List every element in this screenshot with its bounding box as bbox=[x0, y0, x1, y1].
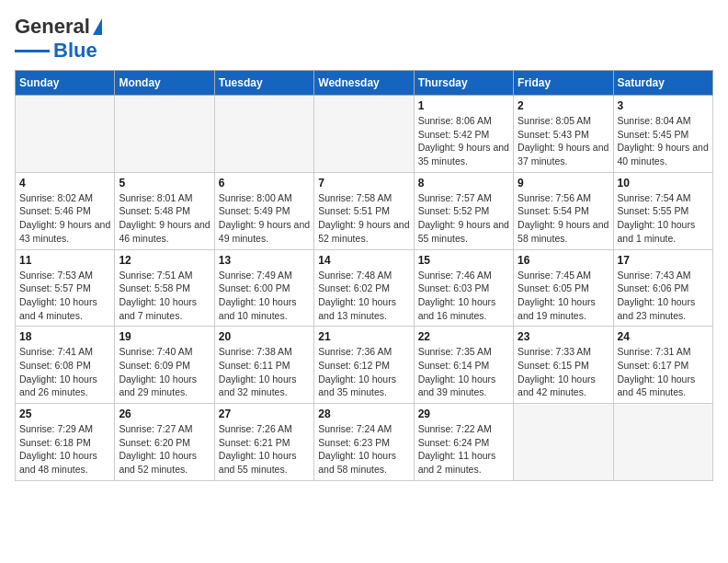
cell-detail: Sunrise: 7:53 AMSunset: 5:57 PMDaylight:… bbox=[19, 269, 110, 323]
logo-general: General bbox=[15, 15, 90, 39]
calendar-cell: 21Sunrise: 7:36 AMSunset: 6:12 PMDayligh… bbox=[314, 327, 414, 404]
day-header-friday: Friday bbox=[514, 71, 613, 96]
calendar-cell: 23Sunrise: 7:33 AMSunset: 6:15 PMDayligh… bbox=[514, 327, 613, 404]
cell-detail: Sunrise: 7:33 AMSunset: 6:15 PMDaylight:… bbox=[518, 345, 609, 399]
cell-detail: Sunrise: 7:43 AMSunset: 6:06 PMDaylight:… bbox=[618, 269, 709, 323]
cell-date: 10 bbox=[618, 177, 709, 190]
cell-date: 15 bbox=[418, 254, 509, 267]
cell-detail: Sunrise: 7:29 AMSunset: 6:18 PMDaylight:… bbox=[19, 422, 110, 477]
cell-date: 13 bbox=[219, 254, 310, 267]
cell-detail: Sunrise: 7:54 AMSunset: 5:55 PMDaylight:… bbox=[618, 191, 709, 246]
calendar-cell bbox=[214, 96, 313, 173]
day-header-sunday: Sunday bbox=[16, 71, 115, 96]
calendar-cell: 25Sunrise: 7:29 AMSunset: 6:18 PMDayligh… bbox=[16, 404, 115, 481]
cell-date: 7 bbox=[318, 177, 409, 190]
cell-date: 24 bbox=[618, 330, 709, 343]
cell-detail: Sunrise: 8:01 AMSunset: 5:48 PMDaylight:… bbox=[119, 191, 210, 246]
cell-date: 19 bbox=[119, 330, 210, 343]
calendar-cell bbox=[115, 96, 214, 173]
calendar-week-row: 4Sunrise: 8:02 AMSunset: 5:46 PMDaylight… bbox=[16, 172, 713, 249]
calendar-cell: 12Sunrise: 7:51 AMSunset: 5:58 PMDayligh… bbox=[115, 249, 214, 327]
cell-detail: Sunrise: 7:22 AMSunset: 6:24 PMDaylight:… bbox=[418, 422, 509, 477]
calendar-cell: 18Sunrise: 7:41 AMSunset: 6:08 PMDayligh… bbox=[16, 327, 115, 404]
cell-date: 21 bbox=[318, 330, 409, 343]
calendar-cell: 7Sunrise: 7:58 AMSunset: 5:51 PMDaylight… bbox=[314, 172, 414, 249]
calendar-cell: 19Sunrise: 7:40 AMSunset: 6:09 PMDayligh… bbox=[115, 327, 214, 404]
calendar-cell: 3Sunrise: 8:04 AMSunset: 5:45 PMDaylight… bbox=[613, 96, 712, 173]
calendar-cell bbox=[613, 404, 712, 481]
calendar-week-row: 25Sunrise: 7:29 AMSunset: 6:18 PMDayligh… bbox=[16, 404, 713, 481]
logo: General Blue bbox=[15, 15, 102, 63]
header: General Blue bbox=[15, 15, 713, 63]
calendar-cell: 6Sunrise: 8:00 AMSunset: 5:49 PMDaylight… bbox=[214, 172, 313, 249]
cell-date: 6 bbox=[219, 177, 310, 190]
day-header-tuesday: Tuesday bbox=[214, 71, 313, 96]
cell-detail: Sunrise: 7:48 AMSunset: 6:02 PMDaylight:… bbox=[318, 269, 409, 323]
cell-date: 26 bbox=[119, 408, 210, 420]
cell-detail: Sunrise: 8:02 AMSunset: 5:46 PMDaylight:… bbox=[19, 191, 110, 246]
cell-date: 4 bbox=[19, 177, 110, 190]
cell-detail: Sunrise: 8:06 AMSunset: 5:42 PMDaylight:… bbox=[418, 114, 509, 168]
cell-date: 11 bbox=[19, 254, 110, 267]
cell-detail: Sunrise: 8:00 AMSunset: 5:49 PMDaylight:… bbox=[219, 191, 310, 246]
cell-detail: Sunrise: 7:58 AMSunset: 5:51 PMDaylight:… bbox=[318, 191, 409, 246]
cell-detail: Sunrise: 7:51 AMSunset: 5:58 PMDaylight:… bbox=[119, 269, 210, 323]
cell-detail: Sunrise: 7:24 AMSunset: 6:23 PMDaylight:… bbox=[318, 422, 409, 477]
calendar-cell: 15Sunrise: 7:46 AMSunset: 6:03 PMDayligh… bbox=[414, 249, 513, 327]
cell-date: 23 bbox=[518, 330, 609, 343]
calendar-cell: 24Sunrise: 7:31 AMSunset: 6:17 PMDayligh… bbox=[613, 327, 712, 404]
day-header-thursday: Thursday bbox=[414, 71, 513, 96]
cell-detail: Sunrise: 7:57 AMSunset: 5:52 PMDaylight:… bbox=[418, 191, 509, 246]
cell-date: 22 bbox=[418, 330, 509, 343]
calendar-week-row: 1Sunrise: 8:06 AMSunset: 5:42 PMDaylight… bbox=[16, 96, 713, 173]
calendar-cell: 4Sunrise: 8:02 AMSunset: 5:46 PMDaylight… bbox=[16, 172, 115, 249]
cell-date: 1 bbox=[418, 99, 509, 112]
calendar-cell bbox=[16, 96, 115, 173]
calendar-cell: 17Sunrise: 7:43 AMSunset: 6:06 PMDayligh… bbox=[613, 249, 712, 327]
cell-date: 3 bbox=[618, 99, 709, 112]
calendar-cell: 20Sunrise: 7:38 AMSunset: 6:11 PMDayligh… bbox=[214, 327, 313, 404]
cell-detail: Sunrise: 7:49 AMSunset: 6:00 PMDaylight:… bbox=[219, 269, 310, 323]
day-header-wednesday: Wednesday bbox=[314, 71, 414, 96]
day-header-saturday: Saturday bbox=[613, 71, 712, 96]
calendar-cell bbox=[514, 404, 613, 481]
day-header-monday: Monday bbox=[115, 71, 214, 96]
cell-date: 16 bbox=[518, 254, 609, 267]
logo-blue: Blue bbox=[53, 39, 97, 63]
calendar-week-row: 18Sunrise: 7:41 AMSunset: 6:08 PMDayligh… bbox=[16, 327, 713, 404]
cell-detail: Sunrise: 8:05 AMSunset: 5:43 PMDaylight:… bbox=[518, 114, 609, 168]
calendar-week-row: 11Sunrise: 7:53 AMSunset: 5:57 PMDayligh… bbox=[16, 249, 713, 327]
logo-triangle bbox=[93, 18, 102, 35]
cell-detail: Sunrise: 7:46 AMSunset: 6:03 PMDaylight:… bbox=[418, 269, 509, 323]
calendar-cell: 26Sunrise: 7:27 AMSunset: 6:20 PMDayligh… bbox=[115, 404, 214, 481]
cell-detail: Sunrise: 7:27 AMSunset: 6:20 PMDaylight:… bbox=[119, 422, 210, 477]
cell-date: 9 bbox=[518, 177, 609, 190]
cell-detail: Sunrise: 7:38 AMSunset: 6:11 PMDaylight:… bbox=[219, 345, 310, 399]
calendar-cell: 28Sunrise: 7:24 AMSunset: 6:23 PMDayligh… bbox=[314, 404, 414, 481]
calendar-cell: 13Sunrise: 7:49 AMSunset: 6:00 PMDayligh… bbox=[214, 249, 313, 327]
calendar-cell: 22Sunrise: 7:35 AMSunset: 6:14 PMDayligh… bbox=[414, 327, 513, 404]
cell-detail: Sunrise: 7:35 AMSunset: 6:14 PMDaylight:… bbox=[418, 345, 509, 399]
calendar-cell: 5Sunrise: 8:01 AMSunset: 5:48 PMDaylight… bbox=[115, 172, 214, 249]
cell-detail: Sunrise: 7:40 AMSunset: 6:09 PMDaylight:… bbox=[119, 345, 210, 399]
calendar-cell: 1Sunrise: 8:06 AMSunset: 5:42 PMDaylight… bbox=[414, 96, 513, 173]
cell-date: 12 bbox=[119, 254, 210, 267]
cell-date: 2 bbox=[518, 99, 609, 112]
calendar-cell: 10Sunrise: 7:54 AMSunset: 5:55 PMDayligh… bbox=[613, 172, 712, 249]
calendar-cell: 27Sunrise: 7:26 AMSunset: 6:21 PMDayligh… bbox=[214, 404, 313, 481]
calendar-cell: 11Sunrise: 7:53 AMSunset: 5:57 PMDayligh… bbox=[16, 249, 115, 327]
calendar-cell: 8Sunrise: 7:57 AMSunset: 5:52 PMDaylight… bbox=[414, 172, 513, 249]
cell-detail: Sunrise: 7:31 AMSunset: 6:17 PMDaylight:… bbox=[618, 345, 709, 399]
cell-date: 29 bbox=[418, 408, 509, 420]
calendar-cell: 2Sunrise: 8:05 AMSunset: 5:43 PMDaylight… bbox=[514, 96, 613, 173]
cell-date: 5 bbox=[119, 177, 210, 190]
logo-underline bbox=[15, 50, 50, 52]
cell-date: 14 bbox=[318, 254, 409, 267]
calendar: SundayMondayTuesdayWednesdayThursdayFrid… bbox=[15, 70, 713, 481]
cell-date: 25 bbox=[19, 408, 110, 420]
cell-date: 18 bbox=[19, 330, 110, 343]
cell-detail: Sunrise: 7:41 AMSunset: 6:08 PMDaylight:… bbox=[19, 345, 110, 399]
calendar-cell: 9Sunrise: 7:56 AMSunset: 5:54 PMDaylight… bbox=[514, 172, 613, 249]
cell-detail: Sunrise: 7:26 AMSunset: 6:21 PMDaylight:… bbox=[219, 422, 310, 477]
calendar-cell: 29Sunrise: 7:22 AMSunset: 6:24 PMDayligh… bbox=[414, 404, 513, 481]
